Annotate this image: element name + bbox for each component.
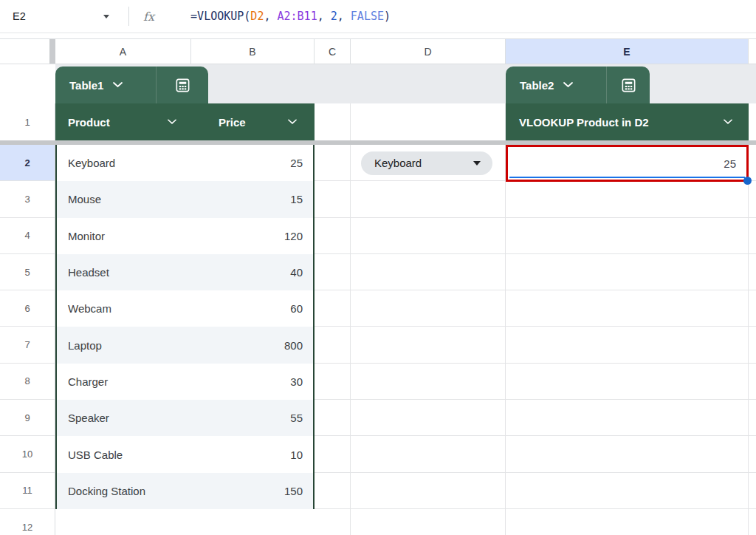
formula-bar: E2 fx =VLOOKUP(D2, A2:B11, 2, FALSE)	[0, 0, 756, 33]
formula-arg-index: 2	[331, 10, 337, 23]
price-cell[interactable]: 25	[232, 157, 313, 169]
formula-function: =VLOOKUP(	[190, 10, 250, 23]
chevron-down-icon[interactable]	[724, 119, 732, 125]
chevron-down-icon[interactable]	[563, 82, 573, 88]
frozen-column-handle[interactable]	[49, 39, 55, 64]
column-e-cells[interactable]	[506, 145, 749, 535]
cell-f1-partial[interactable]	[749, 103, 756, 140]
row-header-1[interactable]: 1	[0, 103, 55, 140]
cell-c1[interactable]	[315, 103, 351, 140]
price-cell[interactable]: 10	[232, 449, 313, 461]
table-row: Keyboard25	[57, 145, 313, 181]
chevron-down-icon[interactable]	[113, 82, 123, 88]
table-row: Monitor120	[57, 218, 313, 254]
product-cell[interactable]: Charger	[57, 375, 232, 388]
price-cell[interactable]: 15	[232, 193, 313, 205]
product-cell[interactable]: Speaker	[57, 412, 232, 424]
table2-chip-label-segment[interactable]: Table2	[506, 67, 607, 103]
table-grid-icon	[620, 77, 637, 94]
cell-d2[interactable]: Keyboard	[351, 145, 506, 181]
product-cell[interactable]: Laptop	[57, 339, 232, 352]
table1-chip[interactable]: Table1	[55, 67, 208, 103]
product-cell[interactable]: Keyboard	[57, 157, 232, 169]
price-cell[interactable]: 60	[232, 302, 313, 315]
price-cell[interactable]: 120	[232, 230, 313, 242]
cell-d1[interactable]	[351, 103, 506, 140]
column-f-cells[interactable]	[749, 145, 756, 535]
table-chip-band: Table1 Table2	[0, 64, 756, 103]
row-header-6[interactable]: 6	[0, 290, 55, 327]
table-row: USB Cable10	[57, 436, 313, 472]
d2-dropdown-chip[interactable]: Keyboard	[361, 151, 492, 175]
column-header-e-selected[interactable]: E	[506, 39, 749, 64]
product-cell[interactable]: Docking Station	[57, 485, 232, 497]
table1-header-row: Product Price	[55, 103, 315, 140]
product-cell[interactable]: USB Cable	[57, 449, 232, 461]
formula-bar-divider	[128, 7, 129, 26]
dropdown-arrow-icon[interactable]	[473, 161, 481, 166]
product-cell[interactable]: Monitor	[57, 230, 232, 242]
row-header-12[interactable]: 12	[0, 509, 55, 535]
column-header-c[interactable]: C	[315, 39, 351, 64]
product-cell[interactable]: Mouse	[57, 193, 232, 205]
table2-chip-table-button[interactable]	[607, 67, 650, 103]
column-d-cells[interactable]	[351, 145, 506, 535]
name-box-cell-reference: E2	[13, 10, 26, 22]
d2-dropdown-value: Keyboard	[374, 157, 422, 169]
sheet-grid: 2 3 4 5 6 7 8 9 10 11 12 Keyboard25 Mous…	[0, 145, 756, 535]
row-1: 1 Product Price VLOOKUP Product in D2	[0, 103, 756, 140]
product-header-label: Product	[68, 116, 110, 129]
table-row: Webcam60	[57, 290, 313, 327]
price-cell[interactable]: 800	[232, 339, 313, 352]
row-header-8[interactable]: 8	[0, 364, 55, 400]
chevron-down-icon[interactable]	[288, 119, 297, 125]
table-row: Mouse15	[57, 181, 313, 217]
row-header-3[interactable]: 3	[0, 181, 55, 217]
product-cell[interactable]: Webcam	[57, 302, 232, 315]
price-header-label: Price	[219, 116, 246, 129]
table1-chip-label-segment[interactable]: Table1	[55, 67, 157, 103]
table-row: Headset40	[57, 254, 313, 290]
fx-icon: fx	[143, 10, 154, 24]
table1-chip-table-button[interactable]	[157, 67, 208, 103]
fill-handle[interactable]	[743, 177, 752, 185]
column-header-b[interactable]: B	[191, 39, 315, 64]
chevron-down-icon[interactable]	[168, 119, 176, 125]
formula-arg-is-sorted: FALSE	[351, 10, 384, 23]
price-cell[interactable]: 30	[232, 375, 313, 388]
table1-body: Keyboard25 Mouse15 Monitor120 Headset40 …	[55, 145, 315, 509]
row-header-5[interactable]: 5	[0, 254, 55, 290]
column-header-d[interactable]: D	[351, 39, 506, 64]
table1-product-header-cell[interactable]: Product	[55, 103, 191, 140]
select-all-corner[interactable]	[0, 39, 49, 64]
row-header-10[interactable]: 10	[0, 436, 55, 472]
price-cell[interactable]: 150	[232, 485, 313, 497]
row-header-4[interactable]: 4	[0, 218, 55, 254]
row-header-2-selected[interactable]: 2	[0, 145, 55, 181]
price-cell[interactable]: 40	[232, 266, 313, 279]
table1-price-header-cell[interactable]: Price	[191, 103, 315, 140]
name-box-dropdown-icon[interactable]	[103, 15, 109, 18]
row-header-9[interactable]: 9	[0, 400, 55, 436]
table2-header-cell[interactable]: VLOOKUP Product in D2	[506, 103, 749, 140]
table2-header-label: VLOOKUP Product in D2	[519, 116, 649, 129]
formula-arg-lookup: D2	[250, 10, 264, 23]
price-cell[interactable]: 55	[232, 412, 313, 424]
e2-result-value: 25	[724, 157, 736, 170]
product-cell[interactable]: Headset	[57, 266, 232, 279]
row-header-11[interactable]: 11	[0, 473, 55, 509]
formula-arg-range: A2:B11	[277, 10, 317, 23]
column-header-row: A B C D E	[0, 38, 756, 64]
column-header-partial[interactable]	[749, 39, 756, 64]
column-c-cells[interactable]	[315, 145, 351, 535]
formula-input[interactable]: =VLOOKUP(D2, A2:B11, 2, FALSE)	[164, 0, 391, 36]
row-header-7[interactable]: 7	[0, 327, 55, 363]
cell-e2-selected[interactable]: 25	[506, 145, 749, 182]
column-header-a[interactable]: A	[55, 39, 191, 64]
table-row: Charger30	[57, 364, 313, 400]
table2-chip[interactable]: Table2	[506, 67, 650, 103]
table-row: Laptop800	[57, 327, 313, 363]
name-box[interactable]: E2	[0, 0, 118, 33]
table1-chip-label: Table1	[69, 79, 103, 92]
table-row: Speaker55	[57, 400, 313, 436]
